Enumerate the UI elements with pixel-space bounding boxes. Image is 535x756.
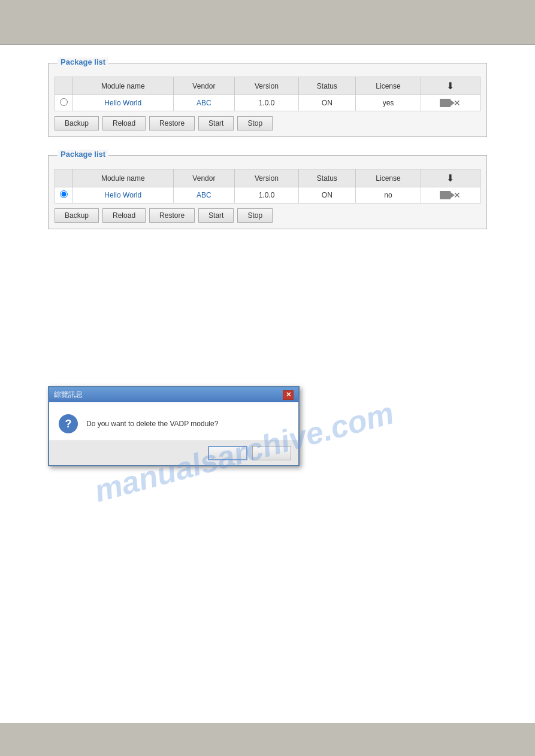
- row-vendor-2[interactable]: ABC: [173, 187, 235, 204]
- col-status-2: Status: [298, 169, 355, 187]
- dialog-overlay: 綜覽訊息 ✕ ? Do you want to delete the VADP …: [48, 386, 300, 466]
- row-license-1: yes: [356, 95, 421, 111]
- col-download-2: ⬇: [421, 169, 480, 187]
- restore-button-1[interactable]: Restore: [149, 116, 195, 130]
- col-radio-1: [55, 77, 73, 95]
- stop-button-2[interactable]: Stop: [237, 208, 273, 223]
- package-table-1: Module name Vendor Version Status Licens…: [55, 77, 480, 111]
- backup-button-1[interactable]: Backup: [55, 116, 99, 130]
- col-module-2: Module name: [73, 169, 174, 187]
- col-license-2: License: [356, 169, 421, 187]
- main-content: Package list Module name Vendor Version …: [0, 45, 535, 723]
- col-license-1: License: [356, 77, 421, 95]
- col-vendor-2: Vendor: [173, 169, 235, 187]
- row-vendor-1[interactable]: ABC: [173, 95, 235, 111]
- start-button-1[interactable]: Start: [198, 116, 234, 130]
- col-status-1: Status: [298, 77, 355, 95]
- reload-button-2[interactable]: Reload: [102, 208, 146, 223]
- top-bar: [0, 0, 535, 45]
- stop-button-1[interactable]: Stop: [237, 116, 273, 130]
- bottom-bar: [0, 723, 535, 756]
- row-radio-1[interactable]: [60, 98, 68, 106]
- reload-button-1[interactable]: Reload: [102, 116, 146, 130]
- row-radio-cell-1[interactable]: [55, 95, 73, 111]
- panel-title-1: Package list: [58, 57, 108, 66]
- dialog-window: 綜覽訊息 ✕ ? Do you want to delete the VADP …: [48, 386, 300, 466]
- dialog-question-icon: ?: [59, 414, 78, 433]
- col-version-2: Version: [235, 169, 298, 187]
- dialog-title: 綜覽訊息: [54, 390, 83, 400]
- row-radio-2[interactable]: [60, 190, 68, 198]
- col-module-1: Module name: [73, 77, 174, 95]
- package-table-2: Module name Vendor Version Status Licens…: [55, 169, 480, 204]
- dialog-cancel-button[interactable]: [252, 446, 291, 460]
- row-version-2: 1.0.0: [235, 187, 298, 204]
- row-license-2: no: [356, 187, 421, 204]
- row-status-1: ON: [298, 95, 355, 111]
- dialog-footer: [49, 441, 298, 465]
- module-link-2[interactable]: Hello World: [104, 191, 141, 199]
- row-version-1: 1.0.0: [235, 95, 298, 111]
- col-version-1: Version: [235, 77, 298, 95]
- vendor-link-1[interactable]: ABC: [197, 99, 211, 107]
- dialog-ok-button[interactable]: [208, 446, 248, 460]
- panel-title-2: Package list: [58, 150, 108, 159]
- backup-button-2[interactable]: Backup: [55, 208, 99, 223]
- dialog-close-button[interactable]: ✕: [283, 390, 294, 400]
- video-icon-1[interactable]: [440, 99, 451, 107]
- row-module-1[interactable]: Hello World: [73, 95, 174, 111]
- table-row: Hello World ABC 1.0.0 ON no ✕: [55, 187, 480, 204]
- row-radio-cell-2[interactable]: [55, 187, 73, 204]
- button-row-1: Backup Reload Restore Start Stop: [55, 116, 480, 130]
- video-icon-2[interactable]: [440, 191, 451, 199]
- package-panel-2: Package list Module name Vendor Version …: [48, 155, 487, 229]
- table-row: Hello World ABC 1.0.0 ON yes ✕: [55, 95, 480, 111]
- col-radio-2: [55, 169, 73, 187]
- start-button-2[interactable]: Start: [198, 208, 234, 223]
- row-status-2: ON: [298, 187, 355, 204]
- button-row-2: Backup Reload Restore Start Stop: [55, 208, 480, 223]
- row-actions-2: ✕: [421, 187, 480, 204]
- restore-button-2[interactable]: Restore: [149, 208, 195, 223]
- col-vendor-1: Vendor: [173, 77, 235, 95]
- dialog-message: Do you want to delete the VADP module?: [86, 420, 218, 428]
- dialog-titlebar: 綜覽訊息 ✕: [49, 387, 298, 402]
- row-module-2[interactable]: Hello World: [73, 187, 174, 204]
- dialog-body: ? Do you want to delete the VADP module?: [49, 402, 298, 441]
- package-panel-1: Package list Module name Vendor Version …: [48, 63, 487, 137]
- vendor-link-2[interactable]: ABC: [197, 191, 211, 199]
- row-actions-1: ✕: [421, 95, 480, 111]
- col-download-1: ⬇: [421, 77, 480, 95]
- module-link-1[interactable]: Hello World: [104, 99, 141, 107]
